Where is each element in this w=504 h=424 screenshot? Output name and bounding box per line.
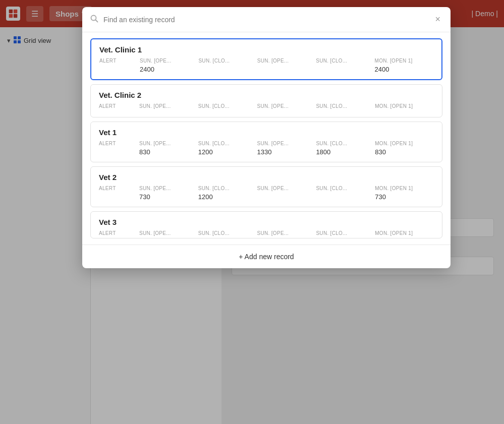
field-col-label: MON. [OPEN 1]: [375, 186, 434, 191]
field-col-label: SUN. [CLO...: [198, 141, 257, 146]
field-col-label: SUN. [CLO...: [198, 103, 257, 109]
field-col-label: SUN. [OPE...: [139, 230, 198, 236]
record-fields: ALERT SUN. [OPE... SUN. [CLO... SUN. [OP…: [99, 186, 434, 201]
field-col-label: SUN. [OPE...: [140, 58, 198, 64]
record-fields: ALERT SUN. [OPE... SUN. [CLO... SUN. [OP…: [99, 58, 433, 73]
modal-search-bar: ×: [82, 7, 451, 32]
field-col-label: SUN. [OPE...: [139, 141, 198, 146]
close-modal-button[interactable]: ×: [433, 13, 442, 26]
field-col-value: [99, 148, 139, 156]
record-title: Vet 2: [99, 173, 434, 181]
field-col-label: ALERT: [99, 230, 139, 236]
record-title: Vet 1: [99, 128, 434, 137]
field-col-label: SUN. [CLO...: [198, 186, 257, 191]
record-card[interactable]: Vet 3 ALERT SUN. [OPE... SUN. [CLO... SU…: [90, 211, 442, 238]
field-col-value: 730: [139, 193, 198, 201]
field-col-label: MON. [OPEN 1]: [375, 103, 434, 109]
field-col-value: [99, 193, 139, 201]
record-title: Vet. Clinic 1: [99, 45, 433, 54]
search-input[interactable]: [103, 16, 428, 24]
record-fields: ALERT SUN. [OPE... SUN. [CLO... SUN. [OP…: [99, 230, 434, 236]
field-col-label: MON. [OPEN 1]: [375, 58, 433, 64]
field-col-label: SUN. [OPE...: [257, 186, 316, 191]
record-card[interactable]: Vet 2 ALERT SUN. [OPE... SUN. [CLO... SU…: [90, 166, 442, 207]
field-col-label: SUN. [CLO...: [316, 186, 375, 191]
field-col-value: 1800: [316, 148, 375, 156]
record-card[interactable]: Vet. Clinic 1 ALERT SUN. [OPE... SUN. [C…: [90, 38, 442, 80]
field-col-value: 2400: [375, 66, 433, 73]
field-col-value: [198, 66, 257, 73]
field-col-value: [257, 66, 316, 73]
field-col-label: MON. [OPEN 1]: [375, 141, 434, 146]
field-col-label: ALERT: [99, 186, 139, 191]
field-col-value: 1200: [198, 148, 257, 156]
field-col-value: 830: [375, 148, 434, 156]
field-col-label: SUN. [CLO...: [198, 58, 257, 64]
field-col-label: SUN. [CLO...: [316, 58, 374, 64]
field-col-value: 730: [375, 193, 434, 201]
record-card[interactable]: Vet 1 ALERT SUN. [OPE... SUN. [CLO... SU…: [90, 122, 442, 162]
field-col-label: MON. [OPEN 1]: [375, 230, 434, 236]
field-col-label: SUN. [CLO...: [316, 103, 375, 109]
field-col-value: [316, 66, 374, 73]
modal-body: Vet. Clinic 1 ALERT SUN. [OPE... SUN. [C…: [82, 32, 451, 245]
field-col-label: SUN. [OPE...: [257, 103, 316, 109]
field-col-value: 2400: [140, 66, 198, 73]
add-new-record-button[interactable]: + Add new record: [239, 253, 294, 261]
record-fields: ALERT SUN. [OPE... SUN. [CLO... SUN. [OP…: [99, 141, 434, 156]
record-title: Vet 3: [99, 218, 434, 226]
field-col-label: SUN. [OPE...: [257, 58, 316, 64]
field-col-label: SUN. [CLO...: [198, 230, 257, 236]
field-col-value: 1330: [257, 148, 316, 156]
field-col-value: [316, 193, 375, 201]
field-col-label: SUN. [CLO...: [316, 141, 375, 146]
field-col-label: SUN. [OPE...: [139, 186, 198, 191]
record-card[interactable]: Vet. Clinic 2 ALERT SUN. [OPE... SUN. [C…: [90, 84, 442, 117]
field-col-label: SUN. [OPE...: [257, 230, 316, 236]
search-icon: [90, 15, 98, 25]
field-col-label: ALERT: [99, 103, 139, 109]
field-col-value: 1200: [198, 193, 257, 201]
modal-footer: + Add new record: [82, 245, 451, 268]
field-col-label: SUN. [CLO...: [316, 230, 375, 236]
field-col-label: ALERT: [99, 58, 140, 64]
svg-line-10: [96, 20, 98, 22]
record-title: Vet. Clinic 2: [99, 91, 434, 99]
field-col-label: SUN. [OPE...: [257, 141, 316, 146]
field-col-value: 830: [139, 148, 198, 156]
field-col-label: ALERT: [99, 141, 139, 146]
find-record-modal: × Vet. Clinic 1 ALERT SUN. [OPE... SUN. …: [82, 7, 451, 268]
field-col-label: SUN. [OPE...: [139, 103, 198, 109]
record-fields: ALERT SUN. [OPE... SUN. [CLO... SUN. [OP…: [99, 103, 434, 111]
field-col-value: [257, 193, 316, 201]
field-col-value: [99, 66, 140, 73]
